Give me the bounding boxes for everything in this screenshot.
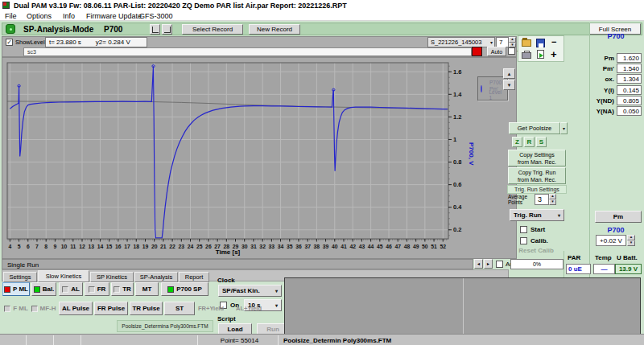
menu-gfs-3000[interactable]: GFS-3000 [139,12,173,20]
auto-level-button[interactable]: Auto [487,47,506,56]
svg-text:0.8: 0.8 [453,158,461,166]
tr-pulse-button[interactable]: TR Pulse [130,302,163,315]
bal-button[interactable]: Bal. [31,282,56,296]
center-gridline [463,278,464,335]
tab-sp-kinetics[interactable]: SP Kinetics [90,272,134,282]
offset-spinner[interactable]: ▲▼ [627,235,635,246]
p700-panel-title: P700 [590,32,642,40]
up-icon[interactable]: ▲ [627,235,635,240]
status-point: Point= 55014 [201,337,278,344]
ubatt-label: U Batt. [617,254,638,261]
remove-trace-icon[interactable]: − [551,37,556,47]
trace-scroll-up-button[interactable]: ▲ [503,68,515,79]
tab-report[interactable]: Report [179,272,209,282]
yna-value: 0.050 [617,106,642,116]
menu-firmware-update[interactable]: Firmware Update [86,12,142,20]
checkbox-icon [62,286,68,293]
trace-scroll-down-button[interactable]: ▼ [503,80,515,90]
mode-icon [6,24,15,34]
show-level-label: ShowLevel [15,39,45,46]
scale-x-button[interactable] [150,24,160,35]
copy-settings-button[interactable]: Copy Settings from Man. Rec. [508,150,566,166]
svg-text:1.2: 1.2 [453,113,461,121]
pm-value: 1.620 [617,53,642,63]
print-icon[interactable] [522,52,531,59]
mt-button[interactable]: MT [135,282,159,296]
pml-button[interactable]: P ML [2,282,30,296]
pm-label: Pm [592,55,614,62]
al-button[interactable]: AL [59,282,83,296]
title-bar: Dual PAM v3.19 Fw: 08.06.11 PAR-List: 20… [0,0,644,10]
scroll-left-button[interactable]: ◄ [474,259,483,269]
get-poolsize-dropdown[interactable]: ▾ [560,122,568,134]
pm-button[interactable]: Pm [595,211,642,223]
check-icon: ✓ [6,39,12,46]
copy-trig-run-button[interactable]: Copy Trig. Run from Man. Rec. [508,167,566,184]
kinetics-plot[interactable]: 4567891011121314151617181920212223242526… [2,58,516,258]
r-button[interactable]: R [524,137,535,147]
down-icon[interactable]: ▼ [627,240,635,246]
fr-button[interactable]: FR [85,282,109,296]
add-trace-icon[interactable]: + [551,48,557,60]
tab-slow-kinetics[interactable]: Slow Kinetics [38,270,89,282]
menu-file[interactable]: File [5,12,17,20]
offset-field[interactable]: +0.02 V [596,235,626,246]
average-points-field[interactable]: 3 [535,194,549,205]
cursor-readout: t= 23.880 s y2= 0.284 V [45,37,147,47]
sidebar-divider [589,23,590,277]
up-icon[interactable]: ▲ [549,194,556,199]
fr-pulse-button[interactable]: FR Pulse [94,302,128,315]
dual-pam-window: Dual PAM v3.19 Fw: 08.06.11 PAR-List: 20… [0,0,644,345]
al-pulse-button[interactable]: AL Pulse [59,302,93,315]
script-title: Script [217,315,236,322]
chevron-down-icon[interactable]: ▾ [490,40,493,45]
checkbox-icon [89,286,95,293]
script-load-button[interactable]: Load [218,323,252,335]
tab-settings[interactable]: Settings [3,272,37,282]
average-points-spinner[interactable]: ▲▼ [549,194,556,205]
open-folder-icon[interactable] [522,39,531,47]
al-yield-button[interactable]: AL+Yield [236,305,262,312]
p700-sp-button[interactable]: P700 SP [161,282,208,296]
clock-mode-select[interactable]: SP/Fast Kin.▾ [218,285,282,297]
select-record-button[interactable]: Select Record [182,24,243,35]
st-button[interactable]: ST [164,302,195,315]
menu-options[interactable]: Options [27,12,52,20]
down-icon[interactable]: ▼ [549,199,556,205]
fr-yield-button[interactable]: FR+Yield [198,305,224,312]
trig-run-settings-button[interactable]: Trig. Run Settings [507,185,567,194]
calib-checkbox[interactable] [520,237,527,244]
save-icon[interactable] [536,39,545,47]
svg-text:0.6: 0.6 [453,181,461,188]
menu-info[interactable]: Info [63,12,75,20]
zero-button[interactable]: Z [512,137,522,147]
reset-calib-button[interactable]: Reset Calib [509,247,564,254]
red-indicator [4,286,10,293]
status-bar: Point= 55014 Poolsize_Determin Poly300ms… [0,334,644,345]
tr-button[interactable]: TR [111,282,134,296]
scale-y-button[interactable] [162,24,172,35]
export-icon[interactable] [537,50,544,59]
record-combobox[interactable]: S_221226_145003 ▾ [427,37,495,47]
new-record-button[interactable]: New Record [249,24,300,35]
level-checkbox[interactable] [508,47,515,55]
record-color-swatch[interactable] [472,47,482,56]
fml-toggle[interactable]: F ML [2,302,30,315]
green-indicator [167,286,174,293]
mfh-toggle[interactable]: MF-H [31,302,56,315]
ox-value: 1.304 [617,74,642,84]
tab-sp-analysis[interactable]: SP-Analysis [134,272,178,282]
yi-label: Y(I) [592,87,614,94]
s-button[interactable]: S [536,137,547,147]
get-poolsize-button[interactable]: Get Poolsize [509,122,560,134]
show-level-checkbox[interactable]: ✓ [6,39,13,46]
record-number-spinner[interactable]: ▲▼ [509,37,516,47]
legend-item: Level 1 [481,92,505,98]
scroll-right-button[interactable]: ► [484,259,493,269]
trig-run-select[interactable]: Trig. Run▾ [510,209,564,221]
pm-prime-label: Pm' [592,65,614,72]
auto-scale-checkbox[interactable] [496,261,503,268]
chevron-down-icon: ▾ [275,289,278,294]
start-checkbox[interactable] [520,226,527,233]
right-icon: ► [486,261,490,266]
